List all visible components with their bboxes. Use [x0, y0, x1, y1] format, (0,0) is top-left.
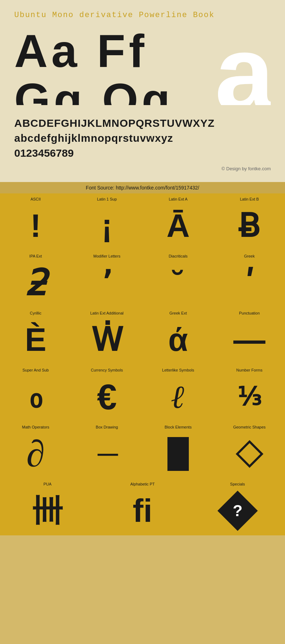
grid-cell-pua: PUA 卌 [0, 478, 95, 535]
char-number-forms: ⅓ [237, 374, 261, 420]
label-diacriticals: Diacriticals [144, 254, 212, 258]
grid-cell-greek-ext: Greek Ext ά [142, 307, 214, 364]
char-ascii: ! [30, 203, 41, 249]
char-latin-ext-add: Ẇ [91, 317, 123, 363]
char-box-drawing: ─ [98, 431, 116, 477]
alphabet-section: ABCDEFGHIJKLMNOPQRSTUVWXYZ abcdefghijklm… [14, 112, 271, 161]
char-greek: ʹ [245, 260, 254, 306]
grid-cell-latin-ext-b: Latin Ext B Ƀ [214, 193, 285, 250]
char-math-operators: ∂ [26, 431, 45, 477]
label-block-elements: Block Elements [144, 425, 212, 429]
label-letterlike: Letterlike Symbols [144, 368, 212, 372]
char-grid: ASCII ! Latin 1 Sup ¡ Latin Ext A Ā Lati… [0, 193, 285, 535]
chars-left: Aa Ff Gg Qq [14, 27, 173, 105]
char-specials [223, 488, 252, 534]
lowercase-alphabet: abcdefghijklmnopqrstuvwxyz [14, 131, 271, 146]
char-alphabetic: fi [133, 488, 152, 534]
chars-line1: Aa Ff [14, 27, 173, 76]
grid-cell-currency: Currency Symbols € [71, 364, 142, 421]
char-pua: 卌 [32, 488, 63, 534]
grid-row-4: Super And Sub ₀ Currency Symbols € Lette… [0, 364, 285, 421]
chars-line2: Gg Qq [14, 76, 173, 105]
char-greek-ext: ά [168, 317, 188, 363]
label-currency: Currency Symbols [73, 368, 141, 372]
grid-cell-math-operators: Math Operators ∂ [0, 421, 71, 478]
char-modifier: ʼ [102, 260, 112, 306]
grid-cell-cyrillic: Cyrillic È [0, 307, 71, 364]
char-ipa: ƻ [24, 260, 47, 306]
grid-cell-specials: Specials [190, 478, 285, 535]
grid-cell-latin1sup: Latin 1 Sup ¡ [71, 193, 142, 250]
char-letterlike: ℓ [171, 374, 185, 420]
char-cyrillic: È [25, 317, 46, 363]
grid-cell-diacriticals: Diacriticals ˘ [142, 250, 214, 307]
grid-row-2: IPA Ext ƻ Modifier Letters ʼ Diacritical… [0, 250, 285, 307]
large-chars-preview: Aa Ff Gg Qq a [14, 27, 271, 105]
char-punctuation: — [233, 317, 265, 363]
grid-row-6: PUA 卌 Alphabetic PT fi Specials [0, 478, 285, 535]
char-block-elements [167, 431, 189, 477]
label-pua: PUA [2, 482, 93, 486]
char-latin1sup: ¡ [102, 203, 112, 249]
grid-cell-alphabetic: Alphabetic PT fi [95, 478, 190, 535]
label-math-operators: Math Operators [2, 425, 69, 429]
diamond-shape [235, 440, 263, 468]
label-alphabetic: Alphabetic PT [97, 482, 188, 486]
grid-cell-latin-ext-add: Latin Ext Additional Ẇ [71, 307, 142, 364]
label-ipa: IPA Ext [2, 254, 69, 258]
block-rect [167, 437, 189, 471]
label-latin-ext-a: Latin Ext A [144, 197, 212, 201]
uppercase-alphabet: ABCDEFGHIJKLMNOPQRSTUVWXYZ [14, 116, 271, 131]
label-greek: Greek [216, 254, 283, 258]
char-latin-ext-a: Ā [167, 203, 190, 249]
label-geometric: Geometric Shapes [216, 425, 283, 429]
label-specials: Specials [192, 482, 283, 486]
char-latin-ext-b: Ƀ [238, 203, 260, 249]
source-text: Font Source: http://www.fontke.com/font/… [86, 185, 199, 191]
grid-cell-modifier: Modifier Letters ʼ [71, 250, 142, 307]
grid-cell-box-drawing: Box Drawing ─ [71, 421, 142, 478]
char-geometric [240, 431, 259, 477]
label-ascii: ASCII [2, 197, 69, 201]
char-super-sub: ₀ [29, 374, 42, 420]
grid-row-3: Cyrillic È Latin Ext Additional Ẇ Greek … [0, 307, 285, 364]
grid-row-1: ASCII ! Latin 1 Sup ¡ Latin Ext A Ā Lati… [0, 193, 285, 250]
big-char: a [215, 27, 271, 105]
label-latin-ext-add: Latin Ext Additional [73, 311, 141, 315]
label-punctuation: Punctuation [216, 311, 283, 315]
top-section: Ubuntu Mono derivative Powerline Book Aa… [0, 0, 285, 182]
label-super-sub: Super And Sub [2, 368, 69, 372]
source-bar: Font Source: http://www.fontke.com/font/… [0, 182, 285, 193]
label-box-drawing: Box Drawing [73, 425, 141, 429]
grid-cell-number-forms: Number Forms ⅓ [214, 364, 285, 421]
grid-cell-block-elements: Block Elements [142, 421, 214, 478]
label-latin-ext-b: Latin Ext B [216, 197, 283, 201]
label-latin1sup: Latin 1 Sup [73, 197, 141, 201]
question-diamond-shape [217, 490, 258, 531]
label-number-forms: Number Forms [216, 368, 283, 372]
credit: © Design by fontke.com [14, 166, 271, 171]
grid-cell-greek: Greek ʹ [214, 250, 285, 307]
char-currency: € [97, 374, 117, 420]
label-greek-ext: Greek Ext [144, 311, 212, 315]
label-cyrillic: Cyrillic [2, 311, 69, 315]
grid-cell-super-sub: Super And Sub ₀ [0, 364, 71, 421]
grid-row-5: Math Operators ∂ Box Drawing ─ Block Ele… [0, 421, 285, 478]
digits: 0123456789 [14, 146, 271, 161]
grid-cell-latin-ext-a: Latin Ext A Ā [142, 193, 214, 250]
grid-cell-ipa: IPA Ext ƻ [0, 250, 71, 307]
grid-cell-letterlike: Letterlike Symbols ℓ [142, 364, 214, 421]
font-title: Ubuntu Mono derivative Powerline Book [14, 11, 271, 20]
char-diacriticals: ˘ [173, 260, 183, 306]
grid-cell-ascii: ASCII ! [0, 193, 71, 250]
label-modifier: Modifier Letters [73, 254, 141, 258]
grid-cell-geometric: Geometric Shapes [214, 421, 285, 478]
grid-cell-punctuation: Punctuation — [214, 307, 285, 364]
